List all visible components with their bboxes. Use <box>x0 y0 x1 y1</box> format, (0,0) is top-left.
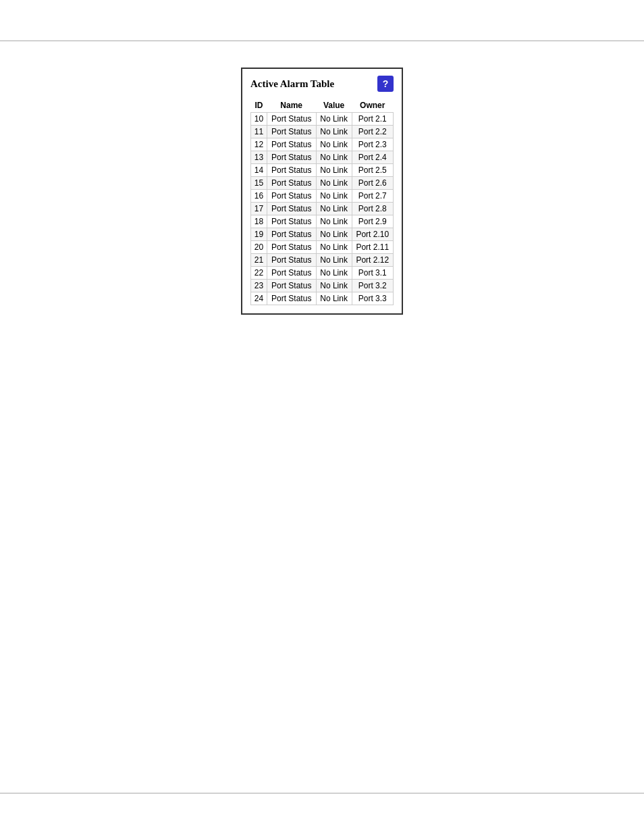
cell-id: 14 <box>251 164 267 177</box>
cell-name: Port Status <box>267 190 316 203</box>
cell-id: 13 <box>251 151 267 164</box>
cell-name: Port Status <box>267 126 316 138</box>
bottom-rule <box>0 793 644 793</box>
cell-owner: Port 2.9 <box>352 215 393 228</box>
cell-id: 19 <box>251 228 267 241</box>
cell-owner: Port 2.8 <box>352 203 393 215</box>
cell-id: 23 <box>251 280 267 292</box>
cell-id: 18 <box>251 215 267 228</box>
cell-value: No Link <box>316 280 352 292</box>
cell-owner: Port 2.11 <box>352 241 393 254</box>
cell-value: No Link <box>316 138 352 151</box>
cell-value: No Link <box>316 292 352 305</box>
cell-owner: Port 2.5 <box>352 164 393 177</box>
cell-name: Port Status <box>267 280 316 292</box>
cell-owner: Port 2.1 <box>352 113 393 126</box>
table-row: 10Port StatusNo LinkPort 2.1 <box>251 113 394 126</box>
cell-id: 12 <box>251 138 267 151</box>
cell-owner: Port 2.6 <box>352 177 393 190</box>
cell-id: 15 <box>251 177 267 190</box>
table-row: 15Port StatusNo LinkPort 2.6 <box>251 177 394 190</box>
col-header-owner: Owner <box>352 99 393 113</box>
cell-value: No Link <box>316 190 352 203</box>
cell-id: 11 <box>251 126 267 138</box>
cell-value: No Link <box>316 126 352 138</box>
table-row: 14Port StatusNo LinkPort 2.5 <box>251 164 394 177</box>
cell-value: No Link <box>316 164 352 177</box>
table-row: 20Port StatusNo LinkPort 2.11 <box>251 241 394 254</box>
table-row: 22Port StatusNo LinkPort 3.1 <box>251 267 394 280</box>
cell-name: Port Status <box>267 241 316 254</box>
table-row: 18Port StatusNo LinkPort 2.9 <box>251 215 394 228</box>
help-icon[interactable]: ? <box>377 76 394 92</box>
cell-value: No Link <box>316 151 352 164</box>
cell-owner: Port 2.7 <box>352 190 393 203</box>
cell-name: Port Status <box>267 254 316 267</box>
table-row: 24Port StatusNo LinkPort 3.3 <box>251 292 394 305</box>
table-row: 11Port StatusNo LinkPort 2.2 <box>251 126 394 138</box>
cell-value: No Link <box>316 203 352 215</box>
cell-value: No Link <box>316 241 352 254</box>
cell-owner: Port 2.10 <box>352 228 393 241</box>
table-row: 16Port StatusNo LinkPort 2.7 <box>251 190 394 203</box>
top-rule <box>0 41 644 41</box>
cell-id: 10 <box>251 113 267 126</box>
cell-id: 21 <box>251 254 267 267</box>
cell-name: Port Status <box>267 151 316 164</box>
cell-name: Port Status <box>267 228 316 241</box>
cell-owner: Port 2.4 <box>352 151 393 164</box>
col-header-value: Value <box>316 99 352 113</box>
cell-name: Port Status <box>267 164 316 177</box>
table-row: 23Port StatusNo LinkPort 3.2 <box>251 280 394 292</box>
cell-id: 16 <box>251 190 267 203</box>
cell-name: Port Status <box>267 267 316 280</box>
cell-owner: Port 2.3 <box>352 138 393 151</box>
alarm-table: ID Name Value Owner 10Port StatusNo Link… <box>250 99 394 305</box>
col-header-name: Name <box>267 99 316 113</box>
cell-value: No Link <box>316 267 352 280</box>
cell-owner: Port 3.2 <box>352 280 393 292</box>
table-row: 17Port StatusNo LinkPort 2.8 <box>251 203 394 215</box>
cell-value: No Link <box>316 215 352 228</box>
cell-name: Port Status <box>267 215 316 228</box>
cell-name: Port Status <box>267 292 316 305</box>
table-row: 13Port StatusNo LinkPort 2.4 <box>251 151 394 164</box>
cell-value: No Link <box>316 228 352 241</box>
cell-id: 24 <box>251 292 267 305</box>
cell-owner: Port 2.12 <box>352 254 393 267</box>
cell-owner: Port 3.1 <box>352 267 393 280</box>
cell-name: Port Status <box>267 113 316 126</box>
table-header-row: ID Name Value Owner <box>251 99 394 113</box>
alarm-table-title: Active Alarm Table <box>250 78 334 90</box>
cell-id: 20 <box>251 241 267 254</box>
table-row: 19Port StatusNo LinkPort 2.10 <box>251 228 394 241</box>
cell-id: 22 <box>251 267 267 280</box>
col-header-id: ID <box>251 99 267 113</box>
cell-value: No Link <box>316 113 352 126</box>
alarm-table-header: Active Alarm Table ? <box>250 76 394 92</box>
cell-owner: Port 2.2 <box>352 126 393 138</box>
table-row: 21Port StatusNo LinkPort 2.12 <box>251 254 394 267</box>
cell-value: No Link <box>316 177 352 190</box>
cell-owner: Port 3.3 <box>352 292 393 305</box>
alarm-table-container: Active Alarm Table ? ID Name Value Owner… <box>241 68 403 315</box>
cell-name: Port Status <box>267 138 316 151</box>
cell-name: Port Status <box>267 203 316 215</box>
cell-id: 17 <box>251 203 267 215</box>
cell-value: No Link <box>316 254 352 267</box>
table-row: 12Port StatusNo LinkPort 2.3 <box>251 138 394 151</box>
cell-name: Port Status <box>267 177 316 190</box>
